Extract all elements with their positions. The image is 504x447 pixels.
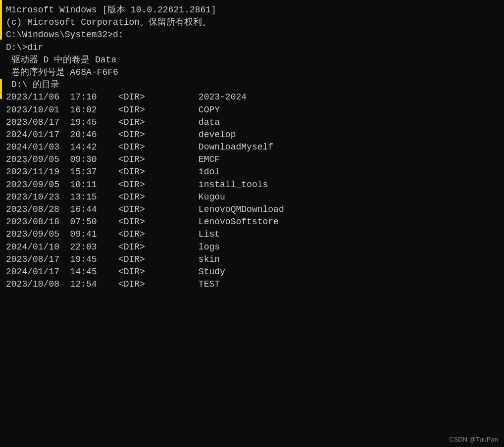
terminal-content: Microsoft Windows [版本 10.0.22621.2861](c… [6,4,498,291]
terminal-line: 2023/09/05 10:11 <DIR> install_tools [6,179,498,191]
yellow-accent-bar-top [0,0,2,40]
terminal-line: 卷的序列号是 A68A-F6F6 [6,66,498,79]
terminal-line: 2024/01/17 14:45 <DIR> Study [6,266,498,278]
terminal-line: (c) Microsoft Corporation。保留所有权利。 [6,16,498,29]
watermark: CSDN @TuuPan [449,436,498,443]
terminal-line: 2023/09/05 09:30 <DIR> EMCF [6,153,498,166]
terminal-line: 2023/10/23 13:15 <DIR> Kugou [6,191,498,203]
terminal-line: Microsoft Windows [版本 10.0.22621.2861] [6,4,498,16]
terminal-line: 2023/10/01 16:02 <DIR> COPY [6,104,498,116]
terminal-window: Microsoft Windows [版本 10.0.22621.2861](c… [0,0,504,447]
terminal-line: 2023/08/18 07:50 <DIR> LenovoSoftstore [6,216,498,228]
yellow-accent-bar-mid [0,79,2,99]
terminal-line: 驱动器 D 中的卷是 Data [6,54,498,66]
terminal-line: 2023/08/17 19:45 <DIR> skin [6,253,498,266]
terminal-line: C:\Windows\System32>d: [6,29,498,41]
terminal-line: 2023/11/06 17:10 <DIR> 2023-2024 [6,91,498,103]
terminal-line: D:\ 的目录 [6,79,498,91]
terminal-line: 2024/01/10 22:03 <DIR> logs [6,241,498,253]
terminal-line: D:\>dir [6,42,498,54]
terminal-line: 2023/10/08 12:54 <DIR> TEST [6,278,498,291]
terminal-line: 2023/11/19 15:37 <DIR> idol [6,166,498,178]
terminal-line: 2023/09/05 09:41 <DIR> List [6,228,498,241]
terminal-line: 2024/01/17 20:46 <DIR> develop [6,129,498,141]
terminal-line: 2023/08/28 16:44 <DIR> LenovoQMDownload [6,203,498,216]
terminal-line: 2023/08/17 19:45 <DIR> data [6,116,498,129]
terminal-line: 2024/01/03 14:42 <DIR> DownloadMyself [6,141,498,153]
